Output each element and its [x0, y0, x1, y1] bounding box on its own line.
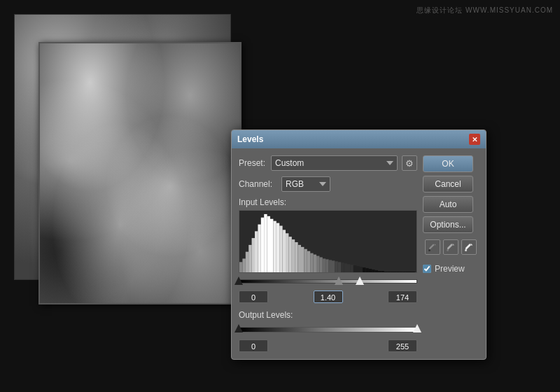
svg-rect-23 — [310, 253, 313, 272]
svg-rect-31 — [335, 261, 337, 272]
svg-rect-5 — [255, 231, 258, 272]
svg-rect-41 — [365, 268, 368, 272]
svg-rect-18 — [295, 242, 298, 272]
svg-rect-15 — [286, 233, 288, 272]
channel-label: Channel: — [239, 179, 277, 189]
svg-rect-12 — [276, 223, 279, 272]
output-black-handle[interactable] — [234, 324, 243, 332]
output-levels-label: Output Levels: — [239, 310, 417, 320]
svg-rect-47 — [384, 272, 387, 272]
svg-rect-34 — [344, 263, 347, 272]
svg-rect-19 — [298, 245, 301, 272]
input-levels-label: Input Levels: — [239, 197, 417, 207]
svg-rect-3 — [248, 245, 251, 272]
svg-rect-17 — [292, 239, 295, 272]
svg-rect-49 — [391, 272, 393, 272]
cancel-button[interactable]: Cancel — [423, 176, 473, 192]
svg-rect-9 — [267, 216, 270, 272]
preview-row: Preview — [423, 264, 479, 274]
preset-label: Preset: — [239, 158, 267, 168]
svg-rect-48 — [387, 272, 390, 272]
dialog-body: Preset: Custom Default Darker Increase C… — [232, 148, 486, 359]
svg-rect-53 — [402, 272, 405, 272]
svg-point-59 — [465, 249, 467, 251]
svg-rect-25 — [316, 256, 319, 272]
dialog-titlebar: Levels ✕ — [232, 130, 486, 148]
input-gray-value[interactable]: 1.40 — [314, 290, 343, 303]
svg-point-58 — [447, 249, 449, 251]
input-values-row: 0 1.40 174 — [239, 290, 417, 303]
svg-rect-45 — [378, 271, 381, 272]
svg-rect-56 — [412, 272, 414, 272]
svg-rect-8 — [264, 214, 267, 272]
ok-button[interactable]: OK — [423, 155, 473, 172]
options-button[interactable]: Options... — [423, 216, 473, 233]
svg-rect-26 — [319, 257, 322, 272]
svg-rect-28 — [326, 259, 328, 272]
histogram-svg — [239, 211, 416, 272]
cloud-image-front — [38, 42, 241, 304]
svg-rect-30 — [332, 260, 335, 272]
svg-rect-36 — [350, 265, 353, 272]
preview-checkbox[interactable] — [423, 265, 431, 273]
svg-rect-52 — [400, 272, 402, 272]
svg-rect-20 — [301, 247, 304, 272]
svg-rect-14 — [283, 230, 286, 272]
svg-rect-7 — [261, 218, 264, 272]
svg-rect-54 — [406, 272, 409, 272]
svg-rect-27 — [323, 258, 326, 272]
svg-rect-10 — [270, 219, 273, 272]
watermark: 思缘设计论坛 WWW.MISSYUAN.COM — [416, 6, 553, 15]
svg-rect-0 — [239, 262, 242, 272]
svg-rect-29 — [329, 260, 332, 272]
svg-rect-6 — [258, 225, 260, 272]
svg-rect-33 — [341, 262, 344, 272]
histogram-area — [239, 210, 417, 273]
eyedropper-row — [423, 239, 479, 255]
svg-point-57 — [428, 249, 430, 251]
svg-rect-21 — [304, 249, 307, 272]
svg-rect-42 — [369, 269, 372, 272]
gray-input-handle[interactable] — [335, 276, 343, 285]
output-slider-row — [239, 323, 417, 337]
input-slider-row — [239, 275, 417, 288]
dialog-right: OK Cancel Auto Options... — [423, 155, 479, 352]
svg-rect-22 — [307, 251, 310, 272]
preview-label: Preview — [435, 264, 465, 274]
output-white-handle[interactable] — [413, 324, 421, 332]
svg-rect-24 — [314, 255, 316, 272]
svg-rect-11 — [273, 221, 276, 272]
svg-rect-51 — [396, 272, 399, 272]
black-input-handle[interactable] — [234, 276, 243, 285]
svg-rect-4 — [252, 238, 255, 272]
svg-rect-2 — [246, 252, 248, 272]
gray-eyedropper[interactable] — [443, 239, 458, 255]
svg-rect-16 — [288, 237, 291, 272]
output-black-value[interactable]: 0 — [239, 340, 268, 352]
output-values-row: 0 255 — [239, 340, 417, 352]
white-input-handle[interactable] — [356, 276, 364, 285]
close-button[interactable]: ✕ — [469, 134, 480, 145]
dialog-left: Preset: Custom Default Darker Increase C… — [239, 155, 417, 352]
output-white-value[interactable]: 255 — [388, 340, 417, 352]
svg-rect-37 — [354, 265, 356, 272]
channel-select[interactable]: RGB Red Green Blue — [281, 176, 330, 192]
dialog-title: Levels — [237, 134, 263, 144]
levels-dialog: Levels ✕ Preset: Custom Default Darker I… — [231, 130, 486, 360]
input-white-value[interactable]: 174 — [388, 290, 417, 303]
svg-rect-46 — [381, 271, 384, 272]
auto-button[interactable]: Auto — [423, 196, 473, 213]
svg-rect-39 — [360, 267, 363, 272]
svg-rect-55 — [409, 272, 412, 272]
preset-select[interactable]: Custom Default Darker Increase Contrast … — [271, 155, 398, 171]
preset-row: Preset: Custom Default Darker Increase C… — [239, 155, 417, 171]
gear-button[interactable]: ⚙ — [402, 155, 417, 171]
input-black-value[interactable]: 0 — [239, 290, 268, 303]
black-eyedropper[interactable] — [425, 239, 440, 255]
svg-rect-1 — [242, 258, 245, 272]
svg-rect-13 — [279, 226, 282, 272]
svg-rect-40 — [363, 267, 365, 272]
svg-rect-32 — [338, 262, 341, 272]
svg-rect-43 — [372, 270, 374, 272]
white-eyedropper[interactable] — [461, 239, 477, 255]
